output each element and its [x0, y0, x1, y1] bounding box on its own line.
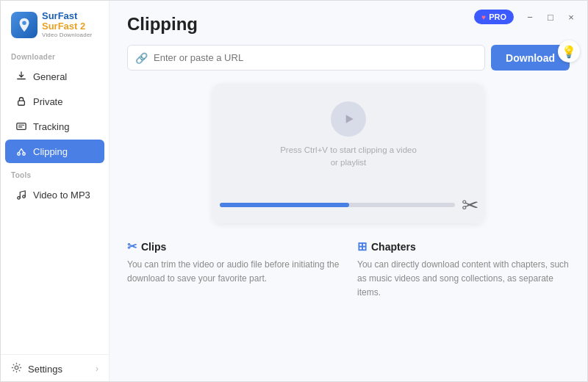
pro-label: PRO [489, 12, 506, 21]
preview-card: Press Ctrl+V to start clipping a video o… [212, 84, 484, 223]
music-icon [15, 189, 27, 201]
tracking-icon [15, 120, 27, 132]
timeline-fill [220, 203, 349, 207]
feature-row: ✂ Clips You can trim the video or audio … [127, 239, 570, 300]
feature-chapters: ⊞ Chapters You can directly download con… [357, 239, 570, 300]
svg-point-7 [15, 366, 18, 370]
sidebar-item-tracking[interactable]: Tracking [5, 115, 104, 138]
tracking-label: Tracking [33, 121, 69, 132]
preview-video: Press Ctrl+V to start clipping a video o… [212, 84, 484, 187]
lightbulb-button[interactable]: 💡 [558, 40, 580, 62]
download-icon [15, 71, 27, 82]
app-subtitle: Video Downloader [42, 32, 98, 39]
sidebar-item-video-to-mp3[interactable]: Video to MP3 [5, 183, 104, 206]
sidebar-item-private[interactable]: Private [5, 90, 104, 113]
settings-label: Settings [28, 364, 62, 375]
downloader-section-label: Downloader [1, 46, 109, 64]
svg-point-5 [18, 197, 21, 200]
feature-clips: ✂ Clips You can trim the video or audio … [127, 239, 340, 300]
sidebar: SurFast SurFast 2 Video Downloader Downl… [1, 1, 110, 382]
logo-text: SurFast SurFast 2 Video Downloader [42, 11, 98, 38]
preview-hint: Press Ctrl+V to start clipping a video o… [280, 144, 417, 170]
svg-point-6 [23, 195, 26, 198]
main-content: ♥ PRO − □ × 💡 Clipping 🔗 Download [110, 1, 587, 381]
titlebar: ♥ PRO − □ × [468, 1, 587, 33]
app-title: SurFast SurFast 2 [42, 11, 98, 32]
timeline-area: ✂ [212, 187, 484, 223]
preview-area: Press Ctrl+V to start clipping a video o… [127, 84, 570, 223]
settings-chevron-icon: › [96, 364, 98, 374]
clips-title: Clips [141, 241, 166, 253]
sidebar-item-general[interactable]: General [5, 65, 104, 88]
pro-badge[interactable]: ♥ PRO [474, 10, 514, 24]
tools-section-label: Tools [1, 164, 109, 182]
video-to-mp3-label: Video to MP3 [33, 190, 90, 201]
url-input[interactable] [154, 46, 477, 70]
settings-gear-icon [11, 362, 22, 375]
heart-icon: ♥ [481, 13, 486, 21]
url-input-wrap: 🔗 [127, 45, 485, 71]
clips-description: You can trim the video or audio file bef… [127, 258, 340, 286]
page-body: Clipping 🔗 Download Press Ctrl+V [110, 1, 587, 381]
private-label: Private [33, 96, 62, 107]
play-icon-wrap [331, 101, 366, 137]
chapters-description: You can directly download content with c… [357, 258, 570, 300]
svg-rect-1 [18, 101, 25, 106]
close-button[interactable]: × [561, 7, 581, 27]
svg-point-0 [22, 21, 26, 25]
settings-item[interactable]: Settings › [1, 354, 109, 382]
minimize-button[interactable]: − [520, 7, 540, 27]
general-label: General [33, 71, 67, 82]
private-icon [15, 96, 27, 107]
chapters-title: Chapters [371, 241, 416, 253]
logo-area: SurFast SurFast 2 Video Downloader [1, 1, 109, 46]
scissors-icon: ✂ [462, 193, 477, 217]
clipping-label: Clipping [33, 146, 68, 157]
link-icon: 🔗 [135, 52, 148, 64]
svg-rect-2 [17, 123, 26, 130]
timeline-track [220, 203, 455, 207]
play-icon [341, 112, 356, 126]
maximize-button[interactable]: □ [540, 7, 561, 27]
clips-icon: ✂ [127, 239, 137, 253]
chapters-icon: ⊞ [357, 239, 367, 253]
sidebar-item-clipping[interactable]: Clipping [5, 140, 104, 163]
clipping-icon [15, 145, 27, 157]
url-bar: 🔗 Download [127, 45, 570, 71]
logo-icon [11, 12, 37, 38]
